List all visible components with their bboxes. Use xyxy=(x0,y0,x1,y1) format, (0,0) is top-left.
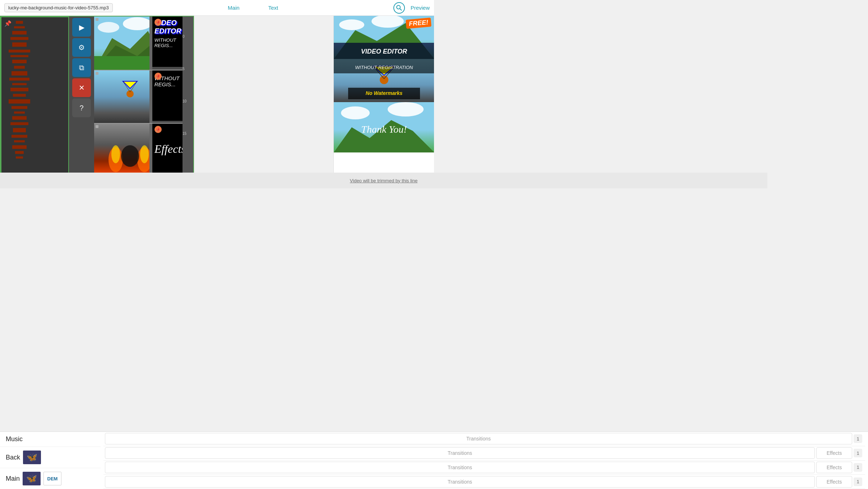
track-gap-1 xyxy=(149,17,152,69)
svg-rect-10 xyxy=(14,66,25,69)
preview-item-3[interactable]: Thank You! xyxy=(334,102,434,152)
svg-line-1 xyxy=(400,9,402,10)
preview-item-1[interactable]: VIDEO EDITOR FREE! xyxy=(334,16,434,59)
resize-handle xyxy=(96,18,98,21)
video-cell-mountain[interactable] xyxy=(94,17,149,70)
svg-rect-11 xyxy=(11,71,27,76)
svg-text:VIDEO EDITOR: VIDEO EDITOR xyxy=(361,48,407,55)
paraglider-svg xyxy=(94,70,149,124)
pin-icon-3[interactable]: 📌 xyxy=(154,126,162,133)
svg-rect-22 xyxy=(11,135,27,138)
ruler-10: 10 xyxy=(183,99,193,132)
svg-rect-3 xyxy=(14,26,25,28)
svg-point-31 xyxy=(98,22,119,33)
audio-track: 📌 xyxy=(1,17,69,188)
svg-rect-18 xyxy=(14,111,25,114)
svg-rect-5 xyxy=(10,37,28,40)
resize-handle-2 xyxy=(96,72,98,75)
svg-text:Thank You!: Thank You! xyxy=(361,124,407,135)
tab-text[interactable]: Text xyxy=(268,5,278,11)
svg-point-62 xyxy=(388,102,424,116)
waveform-svg xyxy=(5,17,34,161)
mountain-svg xyxy=(94,17,149,70)
track-row-3: 📌 Effects xyxy=(94,123,193,176)
svg-rect-15 xyxy=(13,94,26,97)
settings-button[interactable]: ⚙ xyxy=(72,38,91,57)
timeline-ruler: 0 5 10 15 xyxy=(183,17,193,188)
preview-panel: VIDEO EDITOR FREE! xyxy=(333,16,434,188)
svg-point-61 xyxy=(341,106,370,119)
filename-bar: lucky-me-background-music-for-video-5755… xyxy=(4,3,113,12)
svg-point-40 xyxy=(111,145,120,163)
video-tracks: 📌 VIDEO EDITOR WITHOUT REGIS... xyxy=(94,17,193,188)
svg-rect-12 xyxy=(9,78,29,81)
svg-point-43 xyxy=(121,145,139,167)
svg-rect-14 xyxy=(10,88,28,91)
svg-rect-19 xyxy=(12,116,27,120)
svg-rect-9 xyxy=(12,60,27,63)
svg-rect-30 xyxy=(94,56,149,70)
svg-point-42 xyxy=(140,145,149,163)
main-area: 📌 xyxy=(0,16,434,188)
trim-line-text: Video will be trimmed by this line xyxy=(350,178,417,183)
preview-item-2[interactable]: WITHOUT REGISTRATION No Watermarks xyxy=(334,59,434,102)
svg-rect-25 xyxy=(15,151,24,154)
svg-rect-8 xyxy=(10,55,28,57)
svg-rect-17 xyxy=(11,106,27,109)
track-gap-2 xyxy=(149,70,152,123)
video-cell-fire[interactable] xyxy=(94,124,149,177)
svg-rect-2 xyxy=(16,21,23,24)
header-tabs: Main Text xyxy=(113,5,393,11)
pin-icon-2[interactable]: 📌 xyxy=(154,73,162,80)
svg-point-0 xyxy=(397,5,400,9)
play-button[interactable]: ▶ xyxy=(72,18,91,37)
search-icon[interactable] xyxy=(393,2,405,14)
svg-rect-21 xyxy=(13,128,26,132)
preview-thankyou-svg: Thank You! xyxy=(334,102,434,152)
svg-rect-7 xyxy=(9,50,30,52)
copy-button[interactable]: ⧉ xyxy=(72,58,91,77)
svg-rect-16 xyxy=(9,99,30,104)
svg-rect-4 xyxy=(12,31,27,35)
svg-point-46 xyxy=(339,19,364,30)
timeline-panel: 📌 xyxy=(0,16,194,188)
video-cell-paraglider[interactable] xyxy=(94,70,149,124)
svg-text:WITHOUT REGISTRATION: WITHOUT REGISTRATION xyxy=(355,65,413,70)
svg-text:No Watermarks: No Watermarks xyxy=(366,90,403,96)
help-button[interactable]: ? xyxy=(72,99,91,117)
fire-svg xyxy=(94,124,149,177)
preview-paraglider-svg: WITHOUT REGISTRATION No Watermarks xyxy=(334,59,434,102)
track-gap-3 xyxy=(149,124,152,176)
svg-rect-33 xyxy=(94,70,149,124)
header: lucky-me-background-music-for-video-5755… xyxy=(0,0,434,16)
svg-point-35 xyxy=(126,90,134,97)
svg-rect-26 xyxy=(16,156,23,159)
ruler-5: 5 xyxy=(183,67,193,99)
ruler-15: 15 xyxy=(183,132,193,164)
tab-main[interactable]: Main xyxy=(228,5,240,11)
svg-rect-24 xyxy=(12,145,27,149)
svg-rect-23 xyxy=(14,140,25,142)
track-row-1: 📌 VIDEO EDITOR WITHOUT REGIS... xyxy=(94,17,193,70)
track-row-2: 📌 WITHOUT REGIS... xyxy=(94,70,193,123)
trim-line-area: Video will be trimmed by this line xyxy=(0,173,434,188)
svg-rect-20 xyxy=(10,122,28,125)
svg-rect-6 xyxy=(12,42,27,47)
svg-point-52 xyxy=(380,76,388,84)
pin-icon-1[interactable]: 📌 xyxy=(154,19,162,26)
controls-panel: ▶ ⚙ ⧉ ✕ ? xyxy=(71,17,92,119)
delete-button[interactable]: ✕ xyxy=(72,78,91,97)
svg-rect-13 xyxy=(12,83,27,85)
ruler-0: 0 xyxy=(183,35,193,67)
preview-label[interactable]: Preview xyxy=(411,5,430,11)
resize-handle-3 xyxy=(96,125,98,128)
